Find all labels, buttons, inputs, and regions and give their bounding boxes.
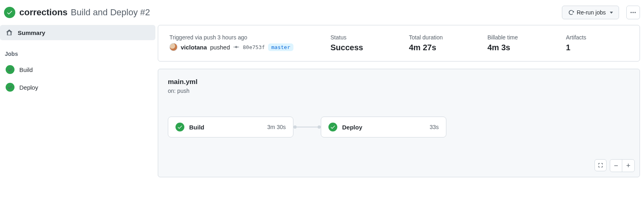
workflow-graph: main.yml on: push Build 3m 30s	[158, 69, 640, 177]
total-duration-label: Total duration	[409, 34, 471, 41]
svg-point-1	[632, 12, 634, 13]
billable-time-value[interactable]: 4m 3s	[487, 43, 550, 52]
kebab-icon	[630, 9, 636, 16]
fullscreen-button[interactable]	[594, 159, 607, 171]
graph-node-build[interactable]: Build 3m 30s	[168, 117, 293, 137]
svg-point-0	[630, 12, 632, 13]
commit-sha[interactable]: 80e753f	[243, 44, 265, 50]
chevron-down-icon	[610, 12, 613, 14]
status-label: Status	[330, 34, 393, 41]
artifacts-value[interactable]: 1	[566, 43, 628, 52]
billable-time-label: Billable time	[487, 34, 550, 41]
sidebar-jobs-heading: Jobs	[0, 43, 158, 60]
status-value: Success	[330, 43, 393, 52]
node-name: Build	[189, 124, 204, 131]
home-icon	[6, 29, 13, 36]
zoom-in-button[interactable]: +	[622, 160, 634, 172]
rerun-jobs-label: Re-run jobs	[577, 9, 606, 16]
node-status-success-icon	[328, 123, 337, 131]
fullscreen-icon	[598, 162, 603, 168]
sidebar-item-job-build[interactable]: Build	[0, 61, 155, 78]
run-summary-box: Triggered via push 3 hours ago viclotana…	[158, 25, 640, 62]
node-duration: 3m 30s	[267, 124, 286, 130]
sync-icon	[568, 9, 574, 16]
node-status-success-icon	[175, 123, 184, 131]
graph-node-deploy[interactable]: Deploy 33s	[321, 117, 446, 137]
job-status-success-icon	[6, 83, 14, 92]
node-duration: 33s	[429, 124, 439, 130]
sidebar-item-summary[interactable]: Summary	[0, 25, 155, 40]
sidebar-item-job-deploy[interactable]: Deploy	[0, 79, 155, 96]
job-status-success-icon	[6, 65, 14, 74]
more-actions-button[interactable]	[626, 6, 640, 19]
main-content: Triggered via push 3 hours ago viclotana…	[158, 25, 644, 177]
plus-icon: +	[626, 162, 631, 169]
node-name: Deploy	[342, 124, 362, 131]
trigger-detail: viclotana pushed 80e753f master	[169, 43, 314, 51]
graph-connector	[293, 125, 321, 129]
connector-line	[297, 127, 318, 127]
actor-avatar[interactable]	[169, 43, 178, 51]
connector-dot	[293, 125, 297, 129]
svg-point-2	[634, 12, 636, 13]
sidebar-summary-label: Summary	[18, 29, 45, 36]
run-status-success-icon	[4, 7, 15, 18]
job-name-label: Deploy	[19, 84, 38, 91]
job-name-label: Build	[19, 66, 33, 73]
total-duration-value[interactable]: 4m 27s	[409, 43, 471, 52]
sidebar: Summary Jobs Build Deploy	[0, 25, 158, 96]
commit-message: corrections	[19, 7, 68, 18]
run-title: corrections Build and Deploy #2	[19, 7, 150, 18]
graph-nodes: Build 3m 30s Deploy 33s	[168, 117, 630, 137]
artifacts-label: Artifacts	[566, 34, 628, 41]
workflow-name-and-number: Build and Deploy #2	[71, 7, 150, 18]
actor-name[interactable]: viclotana	[181, 44, 207, 51]
connector-dot	[318, 125, 321, 129]
rerun-jobs-button[interactable]: Re-run jobs	[562, 6, 619, 19]
zoom-controls: − +	[610, 159, 635, 172]
minus-icon: −	[614, 162, 618, 169]
graph-controls: − +	[594, 159, 635, 172]
workflow-file-name[interactable]: main.yml	[168, 78, 630, 86]
workflow-trigger-type: on: push	[168, 88, 630, 94]
commit-icon	[233, 44, 239, 50]
action-verb: pushed	[210, 44, 230, 51]
trigger-label: Triggered via push 3 hours ago	[169, 34, 314, 41]
workflow-run-header: corrections Build and Deploy #2 Re-run j…	[0, 0, 644, 25]
branch-tag[interactable]: master	[268, 43, 293, 51]
zoom-out-button[interactable]: −	[610, 160, 622, 172]
